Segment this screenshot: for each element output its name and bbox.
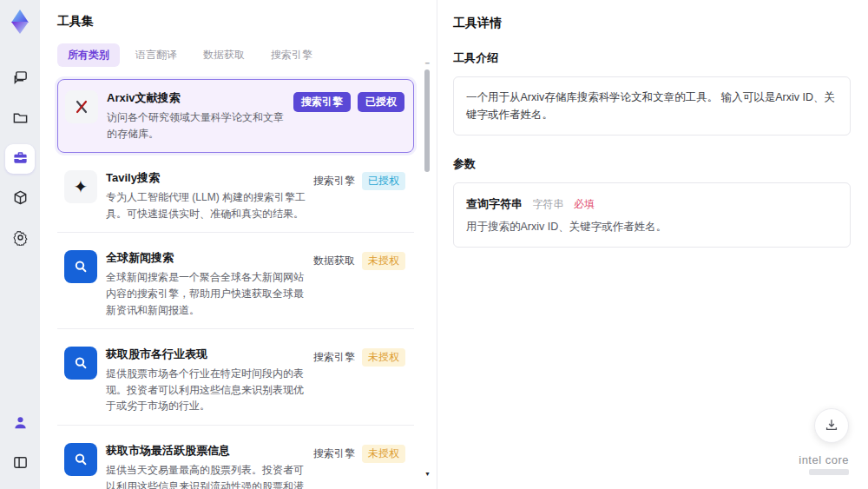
tool-status-badge: 已授权: [358, 92, 404, 112]
left-sidebar: [0, 0, 40, 489]
sidebar-item-settings[interactable]: [5, 224, 35, 254]
chat-icon: [12, 69, 29, 89]
sidebar-item-models[interactable]: [5, 184, 35, 214]
params-heading: 参数: [453, 156, 851, 172]
tool-card[interactable]: 全球新闻搜索 全球新闻搜索是一个聚合全球各大新闻网站内容的搜索引擎，帮助用户快速…: [57, 240, 414, 329]
tool-detail-panel: 工具详情 工具介绍 一个用于从Arxiv存储库搜索科学论文和文章的工具。 输入可…: [437, 0, 868, 489]
gear-icon: [12, 229, 29, 248]
tool-list: Arxiv文献搜索 访问各个研究领域大量科学论文和文章的存储库。 搜索引擎 已授…: [57, 79, 437, 489]
param-box: 查询字符串 字符串 必填 用于搜索的Arxiv ID、关键字或作者姓名。: [453, 182, 851, 248]
param-name: 查询字符串: [466, 197, 523, 210]
folder-icon: [12, 109, 29, 129]
search-globe-icon: [64, 443, 97, 476]
scroll-up-arrow[interactable]: ▔: [425, 63, 430, 69]
tab-1[interactable]: 语言翻译: [125, 43, 187, 67]
list-scrollbar[interactable]: ▔ ▼: [424, 63, 431, 477]
tool-name: Arxiv文献搜索: [107, 90, 286, 106]
tab-0[interactable]: 所有类别: [57, 43, 120, 67]
tool-name: 全球新闻搜索: [106, 250, 306, 266]
tool-status-badge: 已授权: [362, 172, 405, 190]
app-window: 工具集 所有类别语言翻译数据获取搜索引擎 Arxiv文献搜索 访问各个研究领域大…: [0, 0, 868, 489]
tavily-star-icon: ✦: [64, 170, 97, 203]
download-icon: [824, 417, 839, 435]
tool-status-badge: 未授权: [362, 252, 405, 270]
sidebar-item-toolbox[interactable]: [5, 144, 35, 174]
tool-card[interactable]: 获取股市各行业表现 提供股票市场各个行业在特定时间段内的表现。投资者可以利用这些…: [57, 336, 414, 426]
tab-2[interactable]: 数据获取: [193, 43, 255, 67]
sidebar-item-panel-toggle[interactable]: [5, 449, 35, 479]
download-button[interactable]: [814, 408, 849, 443]
tool-description: 提供股票市场各个行业在特定时间段内的表现。投资者可以利用这些信息来识别表现优于或…: [106, 366, 306, 414]
param-header: 查询字符串 字符串 必填: [466, 195, 838, 212]
tool-status-badge: 未授权: [362, 445, 405, 463]
detail-title: 工具详情: [453, 16, 851, 31]
tool-description: 提供当天交易量最高的股票列表。投资者可以利用这些信息来识别流动性强的股票和潜在的…: [106, 462, 306, 489]
search-globe-icon: [64, 347, 97, 380]
tool-status-badge: 未授权: [362, 348, 405, 367]
app-logo-icon: [7, 9, 33, 35]
category-tabs: 所有类别语言翻译数据获取搜索引擎: [57, 43, 437, 67]
arxiv-icon: [65, 90, 98, 123]
tool-card[interactable]: Arxiv文献搜索 访问各个研究领域大量科学论文和文章的存储库。 搜索引擎 已授…: [57, 79, 414, 153]
intel-core-text: intel core: [799, 453, 849, 466]
cube-icon: [12, 189, 29, 208]
tool-category-tag: 搜索引擎: [313, 446, 355, 461]
sidebar-item-files[interactable]: [5, 104, 35, 134]
scroll-down-arrow[interactable]: ▼: [424, 471, 431, 477]
param-type: 字符串: [532, 198, 563, 210]
tool-description: 全球新闻搜索是一个聚合全球各大新闻网站内容的搜索引擎，帮助用户快速获取全球最新资…: [106, 269, 306, 318]
intro-box: 一个用于从Arxiv存储库搜索科学论文和文章的工具。 输入可以是Arxiv ID…: [453, 76, 851, 135]
tool-category-tag: 搜索引擎: [313, 350, 355, 365]
scrollbar-thumb[interactable]: [424, 69, 430, 172]
tab-3[interactable]: 搜索引擎: [260, 43, 323, 67]
tool-description: 专为人工智能代理 (LLM) 构建的搜索引擎工具。可快速提供实时、准确和真实的结…: [106, 189, 306, 221]
tool-name: 获取股市各行业表现: [106, 347, 306, 362]
tool-name: Tavily搜索: [106, 170, 306, 186]
param-description: 用于搜索的Arxiv ID、关键字或作者姓名。: [466, 220, 838, 235]
sidebar-item-chat[interactable]: [5, 64, 35, 94]
tool-card[interactable]: 获取市场最活跃股票信息 提供当天交易量最高的股票列表。投资者可以利用这些信息来识…: [57, 433, 414, 489]
tool-description: 访问各个研究领域大量科学论文和文章的存储库。: [107, 109, 286, 142]
page-title: 工具集: [57, 14, 437, 30]
param-required-badge: 必填: [574, 198, 595, 210]
user-icon: [12, 414, 29, 433]
intel-core-logo: intel core: [799, 453, 849, 475]
intro-heading: 工具介绍: [453, 50, 851, 66]
tool-name: 获取市场最活跃股票信息: [106, 443, 306, 459]
tool-list-panel: 工具集 所有类别语言翻译数据获取搜索引擎 Arxiv文献搜索 访问各个研究领域大…: [40, 0, 437, 489]
intel-logo-subline: [809, 469, 849, 475]
toolbox-icon: [12, 149, 29, 169]
sidebar-item-user[interactable]: [5, 409, 35, 439]
tool-category-tag: 搜索引擎: [313, 174, 355, 188]
tool-category-tag: 搜索引擎: [293, 92, 351, 112]
tool-card[interactable]: ✦ Tavily搜索 专为人工智能代理 (LLM) 构建的搜索引擎工具。可快速提…: [57, 160, 414, 233]
tool-category-tag: 数据获取: [313, 254, 355, 268]
panel-toggle-icon: [12, 454, 29, 473]
search-globe-icon: [64, 250, 97, 283]
